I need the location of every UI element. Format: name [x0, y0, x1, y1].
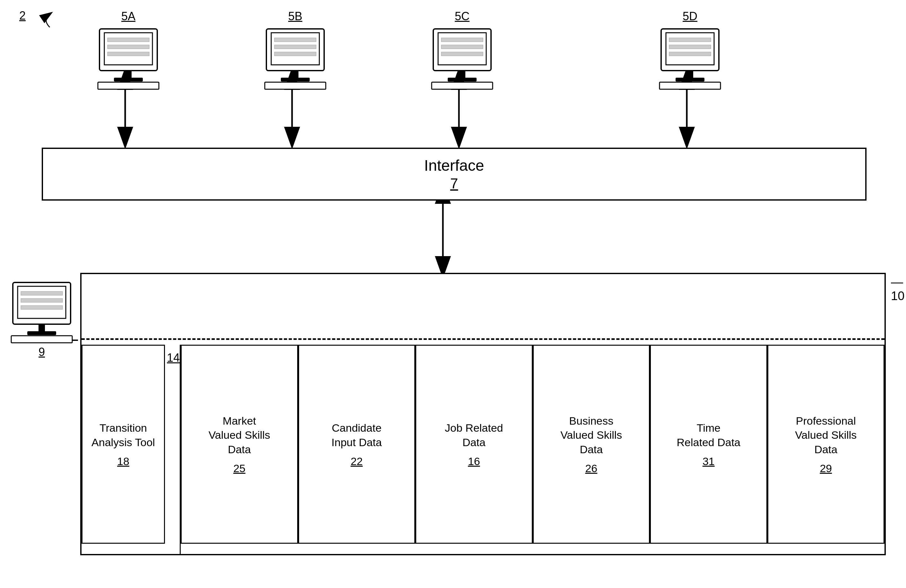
- svg-rect-16: [125, 71, 132, 78]
- computer-5d-icon: [658, 25, 722, 90]
- separator-ref-wrapper: 14: [165, 345, 180, 554]
- svg-rect-37: [669, 38, 711, 42]
- separator-ref-14: 14: [167, 351, 180, 365]
- svg-rect-15: [107, 52, 149, 56]
- svg-rect-49: [27, 331, 56, 335]
- professional-valued-skills-ref: 29: [820, 462, 832, 475]
- time-related-label: TimeRelated Data: [677, 421, 740, 449]
- svg-rect-45: [21, 292, 62, 295]
- candidate-input-label: CandidateInput Data: [332, 421, 382, 449]
- svg-rect-18: [98, 82, 159, 89]
- svg-rect-17: [114, 78, 143, 81]
- computer-5b-icon: [263, 25, 327, 90]
- ref-10-label: — 10: [891, 276, 906, 303]
- transition-analysis-ref: 18: [117, 455, 129, 468]
- svg-rect-33: [448, 78, 477, 81]
- svg-rect-34: [432, 82, 493, 89]
- svg-rect-23: [274, 52, 316, 56]
- computer-9-icon: [10, 279, 74, 343]
- svg-rect-32: [459, 71, 465, 78]
- svg-rect-31: [441, 52, 483, 56]
- transition-module-wrapper: TransitionAnalysis Tool 18 14: [81, 345, 181, 554]
- professional-valued-skills-module: ProfessionalValued SkillsData 29: [767, 345, 885, 544]
- diagram-container: 2 5A 5B: [0, 0, 906, 588]
- computer-5a-label: 5A: [121, 10, 136, 23]
- transition-analysis-module: TransitionAnalysis Tool 18: [81, 345, 165, 544]
- computer-9: 9: [10, 279, 74, 359]
- market-valued-skills-ref: 25: [233, 462, 246, 475]
- job-related-ref: 16: [468, 455, 480, 468]
- svg-rect-24: [292, 71, 298, 78]
- modules-container: TransitionAnalysis Tool 18 14 MarketValu…: [81, 345, 885, 554]
- ref-10-number: 10: [891, 289, 904, 303]
- business-valued-skills-module: BusinessValued SkillsData 26: [533, 345, 650, 544]
- computer-9-label: 9: [38, 345, 45, 359]
- data-modules-row: MarketValued SkillsData 25 CandidateInpu…: [181, 345, 885, 554]
- svg-rect-25: [281, 78, 310, 81]
- dashed-divider: [81, 338, 885, 340]
- svg-rect-46: [21, 298, 62, 302]
- svg-rect-14: [107, 45, 149, 49]
- svg-rect-22: [274, 45, 316, 49]
- candidate-input-ref: 22: [351, 455, 363, 468]
- time-related-ref: 31: [702, 455, 715, 468]
- job-related-module: Job RelatedData 16: [415, 345, 533, 544]
- computer-5b: 5B: [263, 10, 327, 90]
- market-valued-skills-label: MarketValued SkillsData: [209, 414, 270, 456]
- interface-ref: 7: [450, 175, 458, 191]
- business-valued-skills-label: BusinessValued SkillsData: [560, 414, 622, 456]
- computer-5c: 5C: [430, 10, 494, 90]
- system-box: TransitionAnalysis Tool 18 14 MarketValu…: [80, 273, 886, 555]
- svg-rect-41: [676, 78, 705, 81]
- computer-5a: 5A: [96, 10, 161, 90]
- svg-rect-30: [441, 45, 483, 49]
- transition-analysis-label: TransitionAnalysis Tool: [91, 421, 155, 449]
- svg-rect-26: [265, 82, 326, 89]
- interface-box: Interface 7: [42, 148, 866, 201]
- svg-rect-13: [107, 38, 149, 42]
- computer-5d-label: 5D: [683, 10, 697, 23]
- ref-2-label: 2: [19, 9, 26, 22]
- computer-5b-label: 5B: [288, 10, 302, 23]
- svg-rect-39: [669, 52, 711, 56]
- candidate-input-module: CandidateInput Data 22: [298, 345, 416, 544]
- svg-rect-48: [38, 324, 45, 331]
- svg-rect-40: [687, 71, 693, 78]
- computer-5c-label: 5C: [455, 10, 469, 23]
- business-valued-skills-ref: 26: [585, 462, 597, 475]
- job-related-label: Job RelatedData: [445, 421, 503, 449]
- svg-rect-29: [441, 38, 483, 42]
- market-valued-skills-module: MarketValued SkillsData 25: [181, 345, 298, 544]
- computer-5d: 5D: [658, 10, 722, 90]
- svg-rect-38: [669, 45, 711, 49]
- time-related-module: TimeRelated Data 31: [650, 345, 767, 544]
- interface-label: Interface: [424, 157, 484, 174]
- computer-5c-icon: [430, 25, 494, 90]
- svg-rect-21: [274, 38, 316, 42]
- svg-rect-42: [660, 82, 721, 89]
- professional-valued-skills-label: ProfessionalValued SkillsData: [795, 414, 857, 456]
- svg-rect-47: [21, 306, 62, 309]
- svg-rect-50: [11, 336, 72, 343]
- computer-5a-icon: [96, 25, 161, 90]
